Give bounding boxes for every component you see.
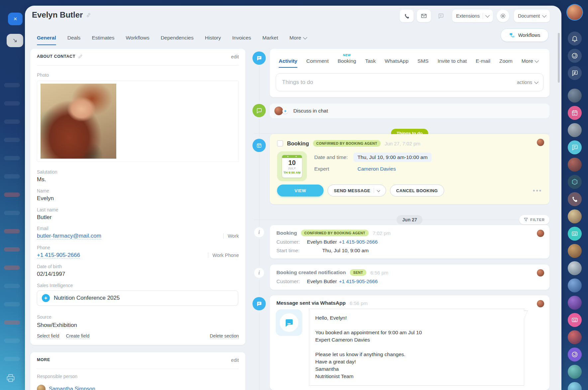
sidebar-avatar[interactable] [568, 261, 582, 275]
sidebar-avatar[interactable] [568, 382, 582, 390]
sidebar-avatar[interactable] [568, 158, 582, 172]
timeline-entry-booking[interactable]: Booking CONFIRMED BY BOOKING AGENT 7:02 … [270, 225, 549, 259]
more-options-icon[interactable]: ••• [533, 187, 542, 194]
copilot-icon[interactable] [568, 348, 582, 361]
contact-card-icon[interactable] [568, 227, 582, 241]
sidebar-avatar[interactable] [568, 296, 582, 310]
collapse-panel-icon[interactable] [7, 34, 23, 47]
edit-section-link[interactable]: edit [231, 54, 239, 59]
tab-dependencies[interactable]: Dependencies [161, 35, 194, 41]
discuss-in-chat-label: Discuss in chat [293, 108, 328, 114]
contact-photo-container[interactable] [37, 81, 239, 162]
tab-invoices[interactable]: Invoices [232, 35, 251, 41]
tab-email[interactable]: E-mail [476, 58, 490, 64]
sidebar-avatar[interactable] [568, 244, 582, 258]
chat-transfer-icon[interactable] [568, 66, 582, 80]
timeline-entry-notification[interactable]: Booking created notification SENT 6:56 p… [270, 265, 549, 290]
copy-link-icon[interactable] [86, 13, 91, 18]
about-contact-section: ABOUT CONTACT edit Photo Salutation Ms. … [30, 49, 245, 345]
close-icon[interactable]: × [8, 13, 23, 25]
dob-value[interactable]: 02/14/1997 [37, 271, 65, 277]
sidebar-avatar[interactable] [568, 330, 582, 344]
scrollbar[interactable] [558, 26, 560, 390]
tab-history[interactable]: History [205, 35, 221, 41]
salutation-value[interactable]: Ms. [37, 176, 46, 183]
chevron-down-icon [542, 13, 546, 18]
copilot-icon[interactable] [568, 49, 582, 63]
scrollbar-thumb[interactable] [558, 33, 560, 83]
booking-title: Booking [287, 140, 309, 147]
expert-name-link[interactable]: Cameron Davies [357, 166, 396, 172]
section-footer-links: Select field Create field Delete section [37, 334, 239, 339]
tab-more-label: More [289, 35, 301, 41]
select-field-link[interactable]: Select field [37, 334, 59, 339]
booking-checkbox[interactable] [277, 140, 283, 146]
sidebar-avatar-current-user[interactable] [567, 5, 582, 20]
sidebar-avatar[interactable] [568, 89, 582, 103]
printer-icon[interactable] [6, 374, 15, 384]
messenger-chat-icon[interactable] [568, 140, 582, 154]
contact-card-icon[interactable] [568, 313, 582, 327]
tab-more[interactable]: More [522, 58, 538, 64]
sidebar-avatar[interactable] [568, 278, 582, 292]
email-button[interactable] [417, 10, 431, 22]
workflows-button[interactable]: Workflows [501, 29, 548, 42]
tab-whatsapp[interactable]: WhatsApp [385, 58, 409, 64]
customer-phone-link[interactable]: +1 415-905-2666 [339, 278, 378, 284]
tab-deals[interactable]: Deals [67, 35, 81, 41]
avatar [537, 269, 544, 276]
section-title: ABOUT CONTACT [37, 54, 82, 59]
tab-activity[interactable]: Activity [279, 58, 297, 64]
sidebar-avatar[interactable] [568, 123, 582, 137]
pencil-icon[interactable] [78, 54, 82, 59]
call-icon[interactable] [568, 192, 582, 206]
extensions-dropdown[interactable]: Extensions [452, 10, 493, 22]
call-button[interactable] [400, 10, 414, 22]
avatar [37, 385, 46, 390]
tab-task[interactable]: Task [365, 58, 376, 64]
avatar [537, 230, 544, 237]
edit-section-link[interactable]: edit [231, 357, 239, 363]
date-time-label: Date and time: [314, 154, 353, 160]
tab-zoom[interactable]: Zoom [499, 58, 513, 64]
customer-phone-link[interactable]: +1 415-905-2666 [339, 239, 378, 245]
info-icon: i [254, 227, 264, 237]
tab-general[interactable]: General [37, 35, 56, 41]
new-badge: NEW [343, 53, 351, 57]
calendar-chat-icon[interactable] [568, 106, 582, 120]
things-to-do-input[interactable] [281, 79, 514, 86]
source-value[interactable]: Show/Exhibition [37, 322, 77, 329]
tab-market[interactable]: Market [262, 35, 278, 41]
filter-button[interactable]: FILTER [519, 215, 549, 224]
tab-estimates[interactable]: Estimates [92, 35, 114, 41]
actions-dropdown[interactable]: actions [517, 80, 538, 85]
send-message-button[interactable]: SEND MESSAGE [328, 185, 386, 196]
phone-value[interactable]: +1 415-905-2666 [37, 252, 80, 259]
lastname-value[interactable]: Butler [37, 214, 51, 221]
tab-invite-to-chat[interactable]: Invite to chat [438, 58, 467, 64]
responsible-person[interactable]: Samantha Simpson [37, 385, 95, 390]
tab-booking[interactable]: NEWBooking [338, 58, 356, 64]
tab-workflows[interactable]: Workflows [126, 35, 149, 41]
tab-sms[interactable]: SMS [418, 58, 429, 64]
create-field-link[interactable]: Create field [66, 334, 90, 339]
hexagon-badge-icon[interactable] [568, 175, 582, 189]
chat-button-disabled [434, 10, 448, 22]
tab-comment[interactable]: Comment [306, 58, 329, 64]
sales-intelligence-item[interactable]: Nutrition Conference 2025 [37, 290, 238, 306]
cancel-booking-button[interactable]: CANCEL BOOKING [390, 185, 444, 196]
extensions-label: Extensions [456, 13, 480, 19]
email-value[interactable]: butler-farmacy@mail.com [37, 233, 101, 239]
discuss-in-chat-row[interactable]: + Discuss in chat [270, 104, 549, 118]
timeline-entry-whatsapp[interactable]: Message sent via WhatsApp 6:56 pm Hello,… [270, 295, 549, 390]
notifications-bell-icon[interactable] [568, 32, 582, 45]
settings-gear-icon[interactable] [497, 10, 509, 22]
sidebar-avatar[interactable] [568, 365, 582, 379]
tab-more[interactable]: More [289, 35, 306, 41]
document-dropdown[interactable]: Document [514, 10, 550, 22]
sidebar-avatar[interactable] [568, 209, 582, 223]
contact-photo [41, 84, 116, 159]
view-button[interactable]: VIEW [277, 185, 324, 196]
name-value[interactable]: Evelyn [37, 195, 54, 202]
delete-section-link[interactable]: Delete section [210, 334, 239, 339]
